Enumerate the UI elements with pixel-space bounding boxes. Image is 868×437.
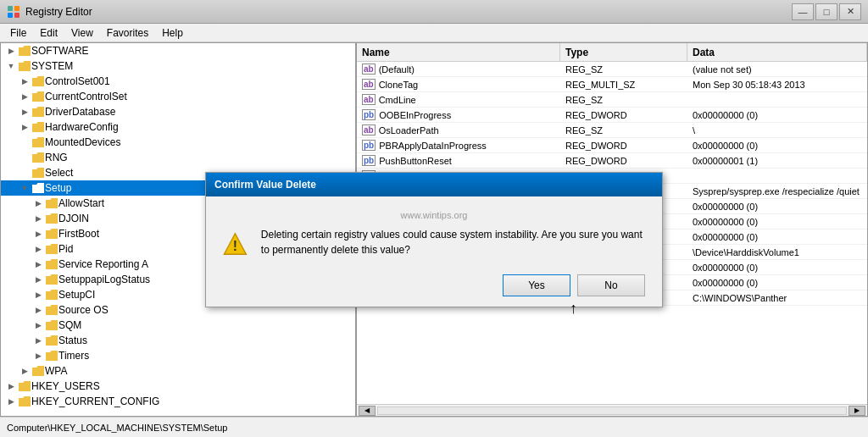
menu-view[interactable]: View [64, 25, 100, 41]
menu-favorites[interactable]: Favorites [100, 25, 155, 41]
svg-rect-0 [8, 6, 13, 11]
dialog-title: Confirm Value Delete [214, 179, 316, 191]
svg-rect-2 [8, 13, 13, 18]
dialog-title-bar: Confirm Value Delete [206, 173, 662, 196]
yes-button[interactable]: Yes [503, 274, 570, 296]
dialog-message: Deleting certain registry values could c… [261, 227, 645, 257]
window-controls: — □ ✕ [792, 3, 861, 20]
close-button[interactable]: ✕ [839, 3, 861, 20]
dialog-overlay: Confirm Value Delete www.wintips.org ! D… [0, 42, 868, 437]
title-bar-left: Registry Editor [7, 5, 92, 19]
minimize-button[interactable]: — [792, 3, 814, 20]
window-title: Registry Editor [25, 6, 92, 18]
menu-file[interactable]: File [3, 25, 33, 41]
svg-rect-3 [14, 13, 19, 18]
menu-bar: File Edit View Favorites Help [0, 24, 868, 42]
warning-icon: ! [223, 227, 248, 261]
no-button[interactable]: No [577, 274, 645, 296]
dialog-buttons: Yes No [223, 271, 645, 296]
app-window: Registry Editor — □ ✕ File Edit View Fav… [0, 0, 868, 437]
dialog-content: ! Deleting certain registry values could… [223, 227, 645, 261]
app-icon [7, 5, 20, 19]
confirm-dialog: Confirm Value Delete www.wintips.org ! D… [205, 172, 663, 307]
menu-edit[interactable]: Edit [33, 25, 64, 41]
maximize-button[interactable]: □ [815, 3, 837, 20]
menu-help[interactable]: Help [155, 25, 190, 41]
svg-rect-1 [14, 6, 19, 11]
title-bar: Registry Editor — □ ✕ [0, 0, 868, 24]
dialog-body: www.wintips.org ! Deleting certain regis… [206, 196, 662, 307]
dialog-watermark: www.wintips.org [223, 210, 645, 220]
svg-text:!: ! [233, 239, 237, 253]
